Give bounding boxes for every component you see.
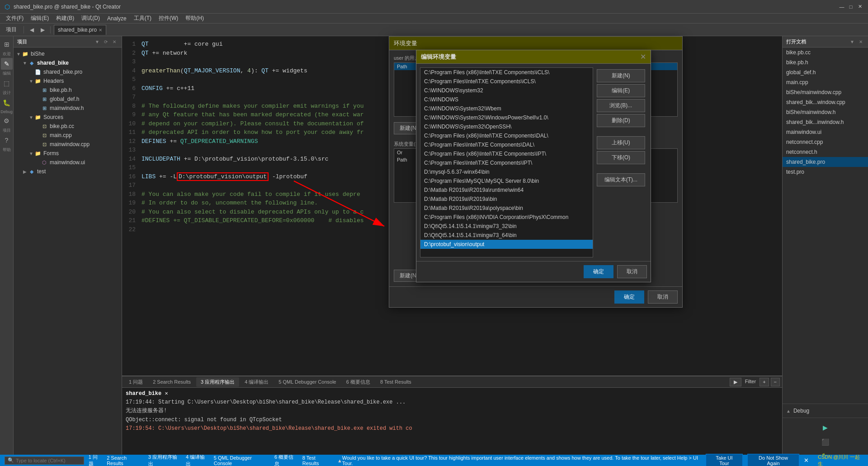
- nav-back-button[interactable]: ◀: [27, 25, 36, 34]
- open-file-bike-pb-cc[interactable]: bike.pb.cc: [783, 48, 868, 57]
- edit-env-close-btn[interactable]: ✕: [640, 52, 646, 61]
- menu-edit[interactable]: 编辑(E): [27, 14, 52, 23]
- qml-tab[interactable]: 5 QML Debugger Console: [214, 455, 270, 466]
- tree-item-bike-pb-cc[interactable]: ⊡ bike.pb.cc: [14, 122, 122, 131]
- tree-item-bishe[interactable]: ▼ 📁 biShe: [14, 49, 122, 58]
- tree-item-bike-pb-h[interactable]: ⊞ bike.pb.h: [14, 86, 122, 95]
- env-edit-text-btn[interactable]: 编辑文本(T)...: [597, 173, 645, 186]
- search-box[interactable]: 🔍: [5, 456, 84, 465]
- open-file-netconnect-h[interactable]: netconnect.h: [783, 147, 868, 157]
- open-file-mainwindow-cpp-shared[interactable]: shared_bik...window.cpp: [783, 97, 868, 107]
- sidebar-icon-design[interactable]: ⬚: [1, 77, 13, 89]
- env-item-6[interactable]: C:\WINDOWS\System32\OpenSSH\: [420, 122, 593, 131]
- env-item-19[interactable]: D:\protobuf_vision\output: [420, 240, 593, 249]
- tab-compile[interactable]: 4 编译输出: [240, 377, 273, 387]
- tree-item-mainwindow-ui[interactable]: ⬡ mainwindow.ui: [14, 158, 122, 167]
- tab-summary[interactable]: 6 概要信息: [342, 377, 375, 387]
- edit-env-list[interactable]: C:\Program Files (x86)\Intel\TXE Compone…: [420, 67, 593, 257]
- panel-close-btn[interactable]: ✕: [111, 38, 118, 45]
- env-up-btn[interactable]: 上移(U): [597, 136, 645, 149]
- sidebar-icon-welcome[interactable]: ⊞: [1, 38, 13, 50]
- env-item-18[interactable]: D:\Qt\Qt5.14.1\5.14.1\mingw73_64\bin: [420, 231, 593, 240]
- run-icon[interactable]: ▶: [820, 422, 831, 433]
- tab-issues[interactable]: 1 问题: [124, 377, 147, 387]
- env-item-5[interactable]: C:\WINDOWS\System32\WindowsPowerShell\v1…: [420, 113, 593, 122]
- edit-env-confirm-btn[interactable]: 确定: [584, 265, 613, 278]
- minimize-button[interactable]: —: [838, 3, 845, 10]
- env-outer-confirm-btn[interactable]: 确定: [614, 290, 644, 304]
- env-item-16[interactable]: C:\Program Files (x86)\NVIDIA Corporatio…: [420, 213, 593, 222]
- menu-help[interactable]: 帮助(H): [182, 14, 208, 23]
- env-item-9[interactable]: C:\Program Files (x86)\Intel\TXE Compone…: [420, 149, 593, 158]
- open-file-mainwindow-h-bishe[interactable]: biShe/mainwindow.h: [783, 107, 868, 117]
- tree-item-mainwindow-h[interactable]: ⊞ mainwindow.h: [14, 104, 122, 113]
- take-tour-btn[interactable]: Take UI Tour: [706, 454, 743, 466]
- env-item-3[interactable]: C:\WINDOWS: [420, 95, 593, 104]
- output-run-btn[interactable]: ▶: [730, 378, 741, 386]
- open-files-filter-btn[interactable]: ▼: [849, 38, 856, 45]
- env-down-btn[interactable]: 下移(O): [597, 151, 645, 164]
- issues-tab[interactable]: 1 问题: [89, 454, 102, 466]
- tree-item-mainwindow-cpp[interactable]: ⊡ mainwindow.cpp: [14, 140, 122, 149]
- menu-debug[interactable]: 调试(D): [78, 14, 104, 23]
- tab-search[interactable]: 2 Search Results: [148, 378, 195, 386]
- env-new-btn[interactable]: 新建(N): [597, 69, 645, 82]
- env-item-13[interactable]: D:\Matlab R2019a\R2019a\runtime\win64: [420, 185, 593, 195]
- open-file-global-def-h[interactable]: global_def.h: [783, 67, 868, 77]
- tour-close-btn[interactable]: ✕: [804, 457, 809, 464]
- tree-item-shared-bike[interactable]: ▼ ◆ shared_bike: [14, 58, 122, 67]
- debug-section[interactable]: ▲ Debug: [786, 408, 864, 414]
- open-files-close-btn[interactable]: ✕: [857, 38, 864, 45]
- tab-test[interactable]: 8 Test Results: [376, 378, 416, 386]
- nav-forward-button[interactable]: ▶: [38, 25, 47, 34]
- search-input[interactable]: [16, 458, 79, 463]
- open-file-bike-pb-h[interactable]: bike.pb.h: [783, 57, 868, 67]
- sidebar-icon-help[interactable]: ?: [1, 134, 13, 146]
- editor-tab[interactable]: shared_bike.pro ✕: [54, 25, 106, 35]
- tree-item-pro[interactable]: 📄 shared_bike.pro: [14, 67, 122, 76]
- menu-analyze[interactable]: Analyze: [104, 14, 130, 23]
- tab-close-icon[interactable]: ✕: [99, 28, 102, 33]
- tree-item-forms[interactable]: ▼ 📁 Forms: [14, 149, 122, 158]
- tree-item-global-def-h[interactable]: ⊞ global_def.h: [14, 95, 122, 104]
- tree-item-sources[interactable]: ▼ 📁 Sources: [14, 113, 122, 122]
- open-file-mainwindow-h-shared[interactable]: shared_bik...inwindow.h: [783, 117, 868, 127]
- env-item-1[interactable]: C:\Program Files\Intel\TXE Components\iC…: [420, 77, 593, 86]
- app-output-tab[interactable]: 3 应用程序输出: [148, 454, 181, 466]
- tree-item-test[interactable]: ▶ ◆ test: [14, 167, 122, 176]
- env-item-7[interactable]: C:\Program Files (x86)\Intel\TXE Compone…: [420, 131, 593, 140]
- menu-file[interactable]: 文件(F): [2, 14, 27, 23]
- compile-output-tab[interactable]: 4 编译输出: [186, 454, 209, 466]
- open-file-netconnect-cpp[interactable]: netconnect.cpp: [783, 137, 868, 147]
- menu-controls[interactable]: 控件(W): [155, 14, 182, 23]
- panel-sync-btn[interactable]: ⟳: [102, 38, 109, 45]
- menu-build[interactable]: 构建(B): [52, 14, 78, 23]
- sidebar-icon-project[interactable]: ⚙: [1, 115, 13, 127]
- search-results-tab[interactable]: 2 Search Results: [107, 455, 144, 466]
- env-item-2[interactable]: C:\WINDOWS\system32: [420, 86, 593, 95]
- close-button[interactable]: ✕: [856, 3, 863, 10]
- open-file-shared-bike-pro[interactable]: shared_bike.pro: [783, 157, 868, 167]
- menu-tools[interactable]: 工具(T): [130, 14, 155, 23]
- sidebar-icon-edit[interactable]: ✎: [1, 58, 13, 70]
- env-browse-btn[interactable]: 浏览(B)...: [597, 99, 645, 112]
- open-file-mainwindow-ui[interactable]: mainwindow.ui: [783, 127, 868, 137]
- debug-icon[interactable]: ⬛: [820, 436, 831, 448]
- env-delete-btn[interactable]: 删除(D): [597, 114, 645, 127]
- tab-app-output[interactable]: 3 应用程序输出: [196, 377, 239, 387]
- sidebar-icon-debug[interactable]: 🐛: [1, 97, 13, 109]
- open-file-mainwindow-cpp-bishe[interactable]: biShe/mainwindow.cpp: [783, 87, 868, 97]
- env-item-15[interactable]: D:\Matlab R2019a\R2019a\polyspace\bin: [420, 204, 593, 213]
- no-tour-btn[interactable]: Do Not Show Again: [747, 454, 799, 466]
- edit-env-cancel-btn[interactable]: 取消: [617, 265, 647, 278]
- output-add-btn[interactable]: +: [760, 378, 769, 386]
- summary-tab[interactable]: 6 概要信息: [274, 454, 298, 466]
- test-results-tab[interactable]: 8 Test Results: [302, 455, 333, 466]
- tab-qml[interactable]: 5 QML Debugger Console: [274, 378, 340, 386]
- env-item-12[interactable]: C:\Program Files\MySQL\MySQL Server 8.0\…: [420, 176, 593, 185]
- output-minus-btn[interactable]: −: [771, 378, 780, 386]
- tree-item-headers[interactable]: ▼ 📁 Headers: [14, 76, 122, 86]
- env-edit-btn[interactable]: 编辑(E): [597, 84, 645, 97]
- env-item-8[interactable]: C:\Program Files\Intel\TXE Components\DA…: [420, 140, 593, 149]
- env-outer-cancel-btn[interactable]: 取消: [648, 290, 678, 304]
